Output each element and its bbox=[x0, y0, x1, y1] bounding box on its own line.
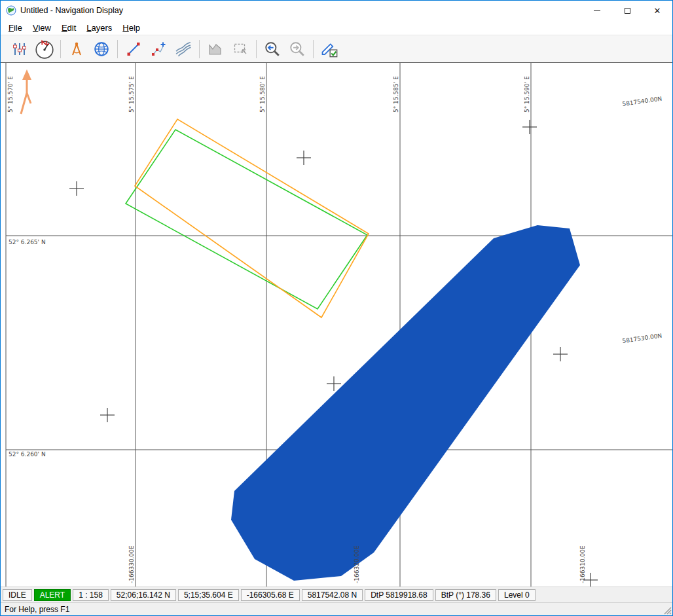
toolbar-separator bbox=[313, 40, 314, 58]
maximize-button[interactable] bbox=[612, 1, 642, 20]
select-area-button bbox=[228, 37, 253, 61]
display-sliders-icon bbox=[12, 41, 27, 57]
contours-button[interactable] bbox=[171, 37, 196, 61]
display-sliders-button[interactable] bbox=[7, 37, 32, 61]
map-label: -166310.00E bbox=[579, 545, 586, 583]
toolbar-separator bbox=[117, 40, 118, 58]
dtp-display: DtP 5819918.68 bbox=[365, 589, 433, 601]
map-label: 52° 6.265' N bbox=[9, 239, 46, 245]
map-label: -166330.00E bbox=[128, 545, 135, 583]
menu-help[interactable]: Help bbox=[117, 22, 145, 34]
map-label: 5° 15.580' E bbox=[259, 76, 266, 113]
map-label: 5817530.00N bbox=[622, 333, 663, 344]
compass-icon bbox=[34, 39, 55, 60]
map-label: 52° 6.260' N bbox=[9, 451, 46, 458]
btp-display: BtP (°) 178.36 bbox=[435, 589, 496, 601]
window-title: Untitled - Navigation Display bbox=[20, 6, 123, 15]
toolbar-separator bbox=[256, 40, 257, 58]
globe-icon bbox=[93, 41, 110, 58]
zoom-next-icon bbox=[289, 41, 306, 58]
resize-grip[interactable] bbox=[663, 606, 672, 615]
northing-display: 5817542.08 N bbox=[302, 589, 363, 601]
toolbar-separator bbox=[60, 40, 61, 58]
latitude-display: 52;06;16.142 N bbox=[111, 589, 176, 601]
map-label: 5° 15.575' E bbox=[128, 76, 135, 113]
zoom-next-button bbox=[285, 37, 310, 61]
menu-file[interactable]: File bbox=[3, 22, 27, 34]
add-points-button[interactable] bbox=[146, 37, 171, 61]
globe-button[interactable] bbox=[89, 37, 114, 61]
map-svg: 5° 15.570' E5° 15.575' E5° 15.580' E5° 1… bbox=[1, 63, 672, 587]
select-area-icon bbox=[232, 41, 248, 57]
app-icon bbox=[6, 5, 16, 16]
mode-indicator: IDLE bbox=[3, 589, 32, 601]
measure-line-button[interactable] bbox=[121, 37, 146, 61]
zoom-previous-button[interactable] bbox=[260, 37, 285, 61]
divider-button[interactable] bbox=[64, 37, 89, 61]
close-button[interactable]: ✕ bbox=[642, 1, 672, 20]
add-points-icon bbox=[151, 41, 166, 57]
toolbar bbox=[1, 35, 672, 62]
map-label: -166320.00E bbox=[354, 545, 360, 583]
display-options-icon bbox=[320, 40, 338, 58]
map-label: 5° 15.570' E bbox=[7, 76, 14, 113]
divider-icon bbox=[69, 41, 84, 57]
map-shape-outline-orange bbox=[135, 119, 369, 317]
maximize-icon bbox=[625, 8, 630, 14]
north-arrow-icon bbox=[21, 69, 31, 114]
status-bar: IDLEALERT1 : 15852;06;16.142 N5;15;35.60… bbox=[1, 587, 672, 602]
map-label: 5° 15.590' E bbox=[524, 76, 530, 113]
help-text: For Help, press F1 bbox=[5, 605, 69, 614]
map-label: 5817540.00N bbox=[622, 96, 663, 107]
map-label: 5° 15.585' E bbox=[393, 76, 399, 113]
help-bar: For Help, press F1 bbox=[1, 602, 672, 615]
alert-indicator: ALERT bbox=[34, 589, 71, 601]
longitude-display: 5;15;35.604 E bbox=[178, 589, 239, 601]
menu-view[interactable]: View bbox=[27, 22, 56, 34]
title-bar[interactable]: Untitled - Navigation Display ✕ bbox=[1, 1, 672, 20]
compass-button[interactable] bbox=[32, 37, 57, 61]
map-shape-vessel bbox=[231, 225, 580, 581]
area-chart-button bbox=[203, 37, 228, 61]
map-shape-outline-green bbox=[126, 130, 367, 309]
app-window: Untitled - Navigation Display ✕ FileView… bbox=[0, 0, 673, 616]
level-display: Level 0 bbox=[498, 589, 536, 601]
minimize-button[interactable] bbox=[582, 1, 612, 20]
zoom-previous-icon bbox=[264, 41, 281, 58]
menu-layers[interactable]: Layers bbox=[81, 22, 117, 34]
measure-line-icon bbox=[126, 41, 141, 57]
easting-display: -166305.68 E bbox=[241, 589, 300, 601]
area-chart-icon bbox=[208, 41, 223, 57]
toolbar-separator bbox=[199, 40, 200, 58]
menu-bar: FileViewEditLayersHelp bbox=[1, 20, 672, 35]
display-options-button[interactable] bbox=[317, 37, 342, 61]
scale-display: 1 : 158 bbox=[73, 589, 109, 601]
window-controls: ✕ bbox=[582, 1, 672, 20]
minimize-icon bbox=[594, 10, 600, 11]
menu-edit[interactable]: Edit bbox=[56, 22, 81, 34]
map-canvas[interactable]: 5° 15.570' E5° 15.575' E5° 15.580' E5° 1… bbox=[1, 62, 672, 587]
contours-icon bbox=[175, 41, 192, 58]
